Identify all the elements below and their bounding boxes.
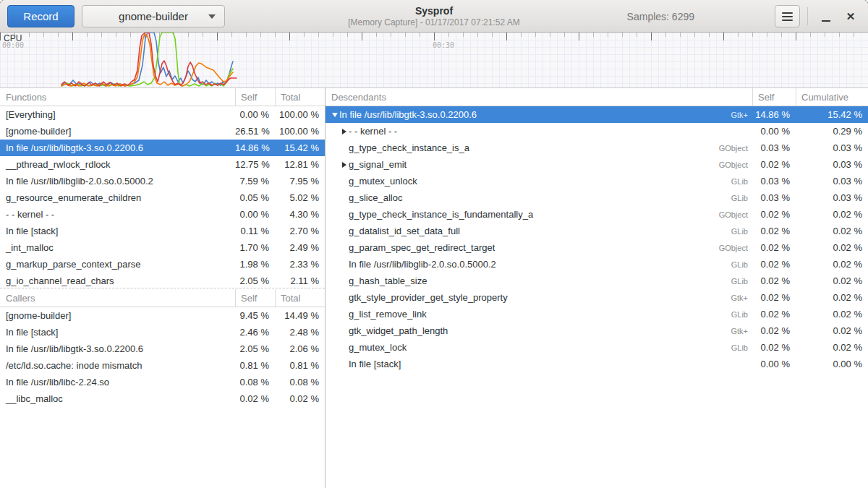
total-value: 15.42 %	[275, 142, 325, 153]
table-row[interactable]: g_markup_parse_context_parse1.98 %2.33 %	[0, 256, 325, 273]
total-value: 100.00 %	[275, 109, 325, 120]
table-row[interactable]: In file /usr/lib/libgtk-3.so.0.2200.614.…	[0, 140, 325, 156]
functions-column-header[interactable]: Functions	[0, 88, 235, 106]
library-category-label: GLib	[731, 277, 748, 286]
record-button[interactable]: Record	[7, 5, 75, 27]
self-column-header[interactable]: Self	[752, 88, 796, 106]
table-row[interactable]: [Everything]0.00 %100.00 %	[0, 106, 325, 123]
tree-row[interactable]: g_mutex_unlockGLib0.03 %0.03 %	[326, 173, 868, 189]
tree-row[interactable]: In file /usr/lib/libglib-2.0.so.0.5000.2…	[326, 256, 868, 273]
table-row[interactable]: In file [stack]2.46 %2.48 %	[0, 324, 325, 341]
tree-row[interactable]: g_type_check_instance_is_fundamentally_a…	[326, 206, 868, 223]
tree-row[interactable]: - - kernel - -0.00 %0.29 %	[326, 123, 868, 140]
function-name: g_type_check_instance_is_fundamentally_a…	[326, 206, 752, 223]
expander-spacer	[339, 293, 349, 302]
tree-row[interactable]: g_datalist_id_set_data_fullGLib0.02 %0.0…	[326, 223, 868, 239]
library-category-label: Gtk+	[731, 294, 748, 302]
total-value: 2.33 %	[275, 259, 325, 270]
tree-row[interactable]: In file [stack]0.00 %0.00 %	[326, 356, 868, 372]
library-category-label: Gtk+	[731, 111, 748, 119]
expander-open-icon	[332, 113, 338, 117]
table-row[interactable]: _int_malloc1.70 %2.49 %	[0, 239, 325, 256]
tree-row[interactable]: g_list_remove_linkGLib0.02 %0.02 %	[326, 306, 868, 322]
menu-button[interactable]	[775, 5, 800, 27]
self-value: 12.75 %	[235, 159, 275, 170]
minimize-icon	[822, 20, 830, 22]
target-process-dropdown[interactable]: gnome-builder	[82, 5, 225, 27]
table-row[interactable]: In file /usr/lib/libglib-2.0.so.0.5000.2…	[0, 173, 325, 189]
table-row[interactable]: __pthread_rwlock_rdlock12.75 %12.81 %	[0, 156, 325, 173]
tree-row[interactable]: g_param_spec_get_redirect_targetGObject0…	[326, 239, 868, 256]
table-row[interactable]: - - kernel - -0.00 %4.30 %	[0, 206, 325, 223]
cpu-green-line	[61, 33, 233, 86]
cumulative-value: 0.03 %	[796, 192, 868, 203]
self-column-header[interactable]: Self	[235, 88, 275, 106]
function-name: In file [stack]	[0, 223, 235, 239]
descendants-table-header: Descendants Self Cumulative	[326, 88, 868, 106]
expander[interactable]	[339, 127, 349, 136]
cumulative-value: 15.42 %	[796, 109, 868, 120]
table-row[interactable]: g_io_channel_read_chars2.05 %2.11 %	[0, 273, 325, 288]
self-value: 0.02 %	[752, 226, 796, 236]
self-value: 0.05 %	[235, 192, 275, 203]
total-value: 2.70 %	[275, 226, 325, 236]
library-category-label: GLib	[731, 310, 748, 319]
close-button[interactable]: ✕	[842, 8, 859, 25]
table-row[interactable]: __libc_malloc0.02 %0.02 %	[0, 390, 325, 407]
self-value: 0.02 %	[752, 259, 796, 270]
total-value: 4.30 %	[275, 209, 325, 220]
function-name-text: g_mutex_unlock	[349, 176, 417, 187]
self-value: 0.08 %	[235, 377, 275, 388]
descendants-table: Descendants Self Cumulative In file /usr…	[326, 88, 868, 372]
function-name: g_io_channel_read_chars	[0, 273, 235, 288]
table-row[interactable]: In file /usr/lib/libgtk-3.so.0.2200.62.0…	[0, 341, 325, 357]
table-row[interactable]: In file [stack]0.11 %2.70 %	[0, 223, 325, 239]
library-category-label: GLib	[731, 227, 748, 236]
descendants-column-header[interactable]: Descendants	[326, 88, 752, 106]
table-row[interactable]: g_resource_enumerate_children0.05 %5.02 …	[0, 189, 325, 206]
cumulative-value: 0.03 %	[796, 176, 868, 187]
table-row[interactable]: [gnome-builder]26.51 %100.00 %	[0, 123, 325, 140]
cumulative-column-header[interactable]: Cumulative	[796, 88, 868, 106]
function-name-text: g_datalist_id_set_data_full	[349, 226, 460, 236]
function-name: gtk_style_provider_get_style_propertyGtk…	[326, 289, 752, 306]
function-name-text: g_type_check_instance_is_fundamentally_a	[349, 209, 533, 220]
total-value: 14.49 %	[275, 310, 325, 321]
table-row[interactable]: In file /usr/lib/libc-2.24.so0.08 %0.08 …	[0, 374, 325, 390]
tree-row[interactable]: gtk_widget_path_lengthGtk+0.02 %0.02 %	[326, 322, 868, 339]
function-name: In file /usr/lib/libglib-2.0.so.0.5000.2	[0, 173, 235, 189]
cumulative-value: 0.00 %	[796, 359, 868, 369]
expander-spacer	[339, 359, 349, 369]
tree-row[interactable]: g_slice_allocGLib0.03 %0.03 %	[326, 189, 868, 206]
expander-spacer	[339, 176, 349, 186]
self-value: 9.45 %	[235, 310, 275, 321]
total-column-header[interactable]: Total	[275, 289, 325, 307]
function-name: g_param_spec_get_redirect_targetGObject	[326, 239, 752, 256]
self-value: 26.51 %	[235, 126, 275, 137]
tree-row[interactable]: g_hash_table_sizeGLib0.02 %0.02 %	[326, 273, 868, 289]
self-value: 0.03 %	[752, 192, 796, 203]
tree-row[interactable]: g_signal_emitGObject0.02 %0.03 %	[326, 156, 868, 173]
main-area: Functions Self Total [Everything]0.00 %1…	[0, 88, 868, 488]
self-value: 0.00 %	[235, 209, 275, 220]
callers-column-header[interactable]: Callers	[0, 289, 235, 307]
self-value: 0.02 %	[752, 159, 796, 170]
function-name: g_mutex_lockGLib	[326, 339, 752, 356]
table-row[interactable]: /etc/ld.so.cache: inode mismatch0.81 %0.…	[0, 357, 325, 374]
table-row[interactable]: [gnome-builder]9.45 %14.49 %	[0, 307, 325, 324]
tree-row[interactable]: g_mutex_lockGLib0.02 %0.02 %	[326, 339, 868, 356]
tree-row[interactable]: In file /usr/lib/libgtk-3.so.0.2200.6Gtk…	[326, 106, 868, 123]
total-column-header[interactable]: Total	[275, 88, 325, 106]
expander[interactable]	[330, 110, 339, 119]
library-category-label: GObject	[719, 160, 748, 169]
tree-row[interactable]: g_type_check_instance_is_aGObject0.03 %0…	[326, 140, 868, 156]
sysprof-window: Record gnome-builder Sysprof [Memory Cap…	[0, 0, 868, 488]
tree-row[interactable]: gtk_style_provider_get_style_propertyGtk…	[326, 289, 868, 306]
left-panel: Functions Self Total [Everything]0.00 %1…	[0, 88, 325, 488]
minimize-button[interactable]	[817, 8, 835, 25]
function-name: [gnome-builder]	[0, 123, 235, 140]
self-value: 0.02 %	[235, 393, 275, 404]
expander[interactable]	[339, 160, 349, 169]
cumulative-value: 0.02 %	[796, 242, 868, 253]
self-column-header[interactable]: Self	[235, 289, 275, 307]
